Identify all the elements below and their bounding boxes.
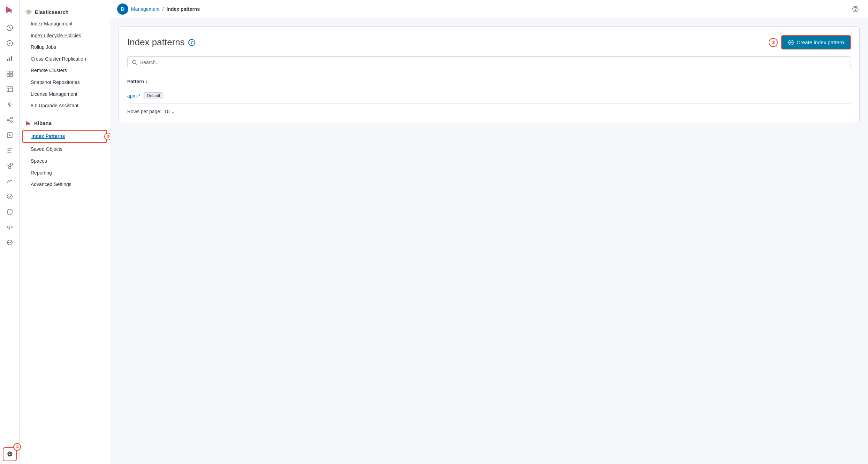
search-bar [127,56,851,68]
logs-nav-icon[interactable] [3,144,17,157]
pattern-column-header[interactable]: Pattern ↓ [127,79,147,84]
monitoring-nav-icon[interactable] [3,235,17,249]
security-nav-icon[interactable] [3,205,17,219]
sidebar-item-reporting[interactable]: Reporting [20,167,110,179]
svg-rect-9 [11,56,12,61]
ml-nav-icon[interactable] [3,128,17,142]
sidebar-item-ccr[interactable]: Cross-Cluster Replication [20,53,110,65]
create-button-label: Create index pattern [797,39,844,45]
content-header: Index patterns ? ③ Create index pattern [127,35,851,49]
sidebar-item-ilm[interactable]: Index Lifecycle Policies [20,30,110,42]
icon-rail: ① [0,0,20,464]
svg-line-22 [9,118,11,119]
sidebar-item-spaces[interactable]: Spaces [20,155,110,167]
management-nav-icon[interactable]: ① [3,447,17,461]
sidebar: Elasticsearch Index Management Index Lif… [20,0,110,464]
search-icon [132,60,137,65]
svg-rect-12 [7,74,9,77]
create-btn-annotation: ③ [769,38,778,47]
svg-rect-11 [10,71,13,74]
sidebar-item-snapshot-repositories[interactable]: Snapshot Repositories [20,77,110,88]
svg-rect-10 [7,71,9,74]
discover-nav-icon[interactable] [3,36,17,50]
canvas-nav-icon[interactable] [3,82,17,96]
sidebar-item-upgrade[interactable]: 8.0 Upgrade Assistant [20,100,110,112]
help-icon[interactable]: ? [188,39,195,46]
rows-per-page-row: Rows per page: 10 ⌄ [127,104,851,114]
rows-per-page-dropdown[interactable]: 10 ⌄ [164,109,175,114]
breadcrumb-current: Index patterns [167,6,200,12]
search-input[interactable] [140,60,846,65]
svg-rect-7 [7,59,8,61]
svg-rect-27 [7,163,9,165]
elasticsearch-section-title: Elasticsearch [20,6,110,18]
rows-per-page-label: Rows per page: [127,109,161,114]
breadcrumb: Management / Index patterns [131,6,200,12]
svg-line-23 [9,120,11,121]
sidebar-item-remote-clusters[interactable]: Remote Clusters [20,65,110,77]
svg-rect-36 [26,11,31,12]
user-avatar[interactable]: D [117,3,128,15]
svg-rect-28 [10,163,13,165]
index-patterns-table: Pattern ↓ apm-* Default Rows per page: 1… [127,75,851,114]
dev-tools-nav-icon[interactable] [3,220,17,234]
svg-point-18 [9,104,10,105]
clock-nav-icon[interactable] [3,21,17,35]
top-bar: D Management / Index patterns [110,0,868,18]
svg-rect-13 [10,74,13,77]
svg-line-32 [9,225,10,229]
sidebar-item-advanced-settings[interactable]: Advanced Settings [20,179,110,191]
svg-point-20 [10,117,12,119]
table-header: Pattern ↓ [127,75,851,88]
breadcrumb-parent[interactable]: Management [131,6,160,12]
sidebar-item-saved-objects[interactable]: Saved Objects [20,144,110,155]
pattern-link[interactable]: apm-* [127,93,140,99]
help-top-icon[interactable] [850,3,861,15]
page-title: Index patterns [127,37,185,48]
sort-icon: ↓ [145,79,147,84]
breadcrumb-separator: / [162,6,164,12]
svg-point-21 [10,121,12,123]
maps-nav-icon[interactable] [3,98,17,111]
svg-rect-29 [9,167,11,169]
index-patterns-annotation: ② [104,133,110,140]
kibana-section-title: Kibana [20,117,110,129]
sidebar-item-index-patterns[interactable]: Index Patterns [22,130,107,143]
content-area: Index patterns ? ③ Create index pattern [110,18,868,464]
main-area: D Management / Index patterns Index patt… [110,0,868,464]
svg-rect-14 [7,87,13,92]
content-card: Index patterns ? ③ Create index pattern [119,26,860,123]
dashboard-nav-icon[interactable] [3,67,17,81]
default-badge: Default [144,92,163,99]
sidebar-item-index-management[interactable]: Index Management [20,18,110,30]
apm-nav-icon[interactable] [3,174,17,188]
infrastructure-nav-icon[interactable] [3,159,17,173]
svg-point-19 [7,119,9,121]
content-title-row: Index patterns ? [127,37,195,48]
svg-rect-8 [9,57,10,61]
rows-per-page-value: 10 [164,109,170,114]
graph-nav-icon[interactable] [3,113,17,127]
sidebar-item-rollup[interactable]: Rollup Jobs [20,41,110,53]
visualize-nav-icon[interactable] [3,52,17,65]
settings-annotation: ① [13,443,21,451]
create-index-pattern-button[interactable]: Create index pattern [781,35,851,49]
table-row: apm-* Default [127,88,851,104]
svg-point-2 [9,42,10,44]
sidebar-item-license[interactable]: License Management [20,88,110,100]
kibana-logo[interactable] [3,3,17,17]
dropdown-chevron-icon: ⌄ [171,109,175,114]
uptime-nav-icon[interactable] [3,190,17,203]
